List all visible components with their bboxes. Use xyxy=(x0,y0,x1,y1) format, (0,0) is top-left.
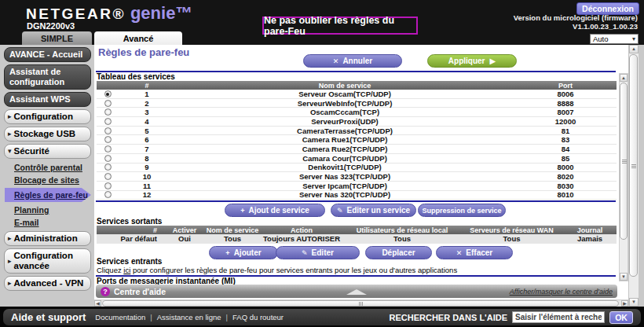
security-submenu: Contrôle parental Blocage de sites Règle… xyxy=(0,163,94,227)
sidebar-item-label: Advanced - VPN xyxy=(14,278,84,288)
help-search-input[interactable] xyxy=(512,311,605,323)
service-port: 8888 xyxy=(514,99,617,108)
column-header: Utilisateurs de réseau local xyxy=(344,226,460,234)
sidebar-link-block-sites[interactable]: Blocage de sites xyxy=(14,175,94,185)
horizontal-scrollbar[interactable]: ◀ ▶ xyxy=(94,299,628,307)
footer-link-router-faq[interactable]: FAQ du routeur xyxy=(232,313,284,321)
service-radio[interactable] xyxy=(104,173,112,180)
cancel-button[interactable]: ✕ Annuler xyxy=(303,54,402,68)
scroll-left-icon[interactable]: ◀ xyxy=(94,300,101,307)
outbound-cell: Tous xyxy=(460,234,563,243)
service-port: 84 xyxy=(514,145,617,153)
scrollbar-thumb[interactable] xyxy=(620,83,628,240)
delete-rule-label: Effacer xyxy=(466,248,492,257)
scrollbar-thumb[interactable] xyxy=(102,300,619,307)
service-num: 8 xyxy=(119,154,175,163)
service-radio[interactable] xyxy=(104,90,112,97)
table-row: 10 Server Nas 323(TCP/UDP) 8020 xyxy=(97,172,617,182)
scroll-down-icon[interactable]: ▼ xyxy=(629,298,639,307)
service-radio[interactable] xyxy=(104,136,112,143)
outer-scrollbar[interactable]: ▲ ▼ xyxy=(628,45,639,307)
pencil-icon: ✎ xyxy=(302,249,308,257)
service-radio[interactable] xyxy=(104,108,112,116)
sidebar-item-usb-storage[interactable]: ▸ Stockage USB xyxy=(4,127,91,141)
service-name: Server Nas 320(TCP/UDP) xyxy=(175,190,514,199)
sidebar-item-setup-wizard[interactable]: Assistant de configuration xyxy=(4,64,91,90)
tab-advanced[interactable]: Avancé xyxy=(94,31,182,45)
scroll-up-icon[interactable]: ▲ xyxy=(620,74,628,82)
footer: Aide et support Documentation | Assistan… xyxy=(0,307,644,327)
add-service-label: Ajout de service xyxy=(249,206,309,215)
router-model: DGN2200v3 xyxy=(27,21,75,31)
sidebar-link-email[interactable]: E-mail xyxy=(14,218,94,227)
service-radio[interactable] xyxy=(104,118,112,125)
table-row: 2 ServeurWebInfo(TCP/UDP) 8888 xyxy=(97,99,617,108)
footer-link-documentation[interactable]: Documentation xyxy=(95,313,145,321)
service-port: 12000 xyxy=(514,117,617,126)
service-radio[interactable] xyxy=(104,100,112,107)
service-port: 8010 xyxy=(514,190,617,199)
pencil-icon: ✎ xyxy=(337,207,343,215)
language-select[interactable]: Auto ▾ xyxy=(590,34,639,44)
table-row: 12 Server Nas 320(TCP/UDP) 8010 xyxy=(97,191,617,200)
scroll-up-icon[interactable]: ▲ xyxy=(629,45,639,53)
service-port: 83 xyxy=(514,135,617,144)
brand-name: NETGEAR® xyxy=(26,6,126,22)
sidebar-item-administration[interactable]: ▸ Administration xyxy=(4,231,91,246)
sidebar-link-schedule[interactable]: Planning xyxy=(14,205,94,215)
outbound-cell: Par défaut xyxy=(97,234,163,243)
column-header: Journal xyxy=(563,226,617,234)
scrollbar-thumb[interactable] xyxy=(629,54,638,277)
column-header: Action xyxy=(259,226,344,234)
service-radio[interactable] xyxy=(104,182,112,189)
apply-button[interactable]: Appliquer ▶ xyxy=(427,54,517,68)
sidebar-item-configuration[interactable]: ▸ Configuration xyxy=(4,109,91,124)
service-radio[interactable] xyxy=(104,164,112,171)
service-port: 81 xyxy=(514,127,617,135)
sidebar-item-security[interactable]: ▾ Sécurité xyxy=(4,144,91,159)
sidebar-link-firewall-rules[interactable]: Règles de pare-feu xyxy=(5,188,91,202)
service-radio[interactable] xyxy=(104,127,112,134)
edit-rule-button[interactable]: ✎ Editer xyxy=(276,246,360,259)
service-radio[interactable] xyxy=(104,191,112,198)
plus-icon: + xyxy=(240,207,244,215)
add-rule-button[interactable]: + Ajouter xyxy=(209,246,278,259)
separator: | xyxy=(226,313,228,321)
outbound-table-header: # Activer Nom de service Action Utilisat… xyxy=(97,226,617,234)
scroll-right-icon[interactable]: ▶ xyxy=(621,300,628,307)
firmware-number: V1.1.00.23_1.00.23 xyxy=(514,22,638,31)
sidebar-item-advanced-setup[interactable]: ▸ Configuration avancée xyxy=(4,248,91,274)
sidebar-item-label: Configuration avancée xyxy=(14,251,86,271)
move-rule-button[interactable]: Déplacer xyxy=(365,246,432,259)
sidebar-item-wps-wizard[interactable]: Assistant WPS xyxy=(4,92,91,107)
page-title: Règles de pare-feu xyxy=(98,46,189,58)
firmware-label: Version du micrologiciel (firmware) xyxy=(514,13,638,22)
tab-simple[interactable]: SIMPLE xyxy=(22,31,92,45)
inbound-here-link[interactable]: ici xyxy=(123,266,130,274)
service-port: 8020 xyxy=(514,172,617,181)
help-center-toggle-link[interactable]: Afficher/masquer le centre d'aide xyxy=(510,288,613,296)
delete-rule-button[interactable]: ✕ Effacer xyxy=(436,246,513,259)
scroll-down-icon[interactable]: ▼ xyxy=(620,273,628,281)
sidebar-item-advanced-vpn[interactable]: ▸ Advanced - VPN xyxy=(4,276,91,291)
sidebar-link-parental-control[interactable]: Contrôle parental xyxy=(14,163,94,172)
table-row: 4 ServeurProxi(UDP) 12000 xyxy=(97,117,617,127)
service-name: ServeurWebInfo(TCP/UDP) xyxy=(175,99,514,108)
help-center-bar[interactable]: ? Centre d'aide Afficher/masquer le cent… xyxy=(96,285,617,298)
search-ok-button[interactable]: OK xyxy=(609,311,633,324)
footer-link-online-support[interactable]: Assistance en ligne xyxy=(157,313,221,321)
service-radio[interactable] xyxy=(104,155,112,162)
inbound-caption: Services entrants xyxy=(97,258,162,266)
add-service-button[interactable]: + Ajout de service xyxy=(225,204,325,217)
help-support-bar: Aide et support Documentation | Assistan… xyxy=(3,309,641,325)
service-num: 2 xyxy=(119,99,175,108)
service-name: ServeurProxi(UDP) xyxy=(175,117,514,126)
edit-service-label: Editer un service xyxy=(346,206,410,215)
service-radio[interactable] xyxy=(104,145,112,152)
delete-service-button[interactable]: Suppression de service xyxy=(418,204,506,217)
inner-scrollbar[interactable]: ▲ ▼ xyxy=(619,73,628,281)
edit-service-button[interactable]: ✎ Editer un service xyxy=(331,204,416,217)
sidebar-item-advance-home[interactable]: AVANCE - Accueil xyxy=(4,47,91,62)
service-name: Camera Rue1(TCP/UDP) xyxy=(175,135,514,144)
column-header-num: # xyxy=(119,82,175,90)
